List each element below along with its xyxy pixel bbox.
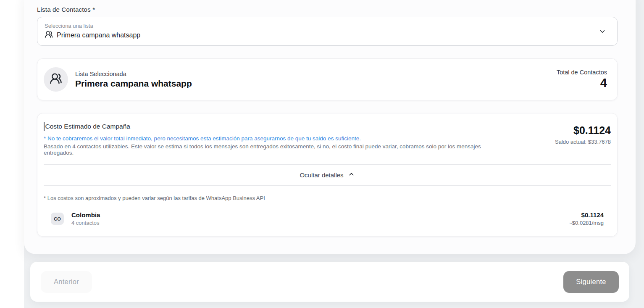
- select-texts: Selecciona una lista Primera campana wha…: [45, 23, 140, 40]
- cost-note-gray: Basado en 4 contactos utilizables. Este …: [44, 143, 497, 156]
- country-per-message: ~$0.0281/msg: [569, 220, 604, 226]
- total-contacts-label: Total de Contactos: [557, 69, 607, 76]
- select-value-row: Primera campana whatsapp: [45, 30, 140, 40]
- divider: [44, 185, 611, 186]
- cost-estimate-card: Costo Estimado de Campaña * No te cobrar…: [37, 113, 618, 237]
- selected-list-name: Primera campana whatsapp: [75, 79, 192, 89]
- country-name: Colombia: [71, 211, 100, 218]
- users-icon: [45, 30, 53, 40]
- cost-header-left: Costo Estimado de Campaña * No te cobrar…: [44, 122, 497, 156]
- cost-total-block: $0.1124 Saldo actual: $33.7678: [555, 122, 611, 156]
- avatar: [44, 67, 68, 92]
- cost-title: Costo Estimado de Campaña: [45, 123, 130, 130]
- users-icon: [50, 72, 62, 87]
- cost-title-row: Costo Estimado de Campaña: [44, 122, 497, 131]
- hide-details-label: Ocultar detalles: [300, 171, 343, 179]
- country-code-badge: CO: [51, 213, 64, 225]
- total-contacts-value: 4: [557, 76, 607, 90]
- text-cursor: [44, 122, 45, 131]
- previous-button[interactable]: Anterior: [41, 271, 92, 293]
- country-cost-block: $0.1124 ~$0.0281/msg: [569, 211, 604, 226]
- country-cost-row: CO Colombia 4 contactos $0.1124 ~$0.0281…: [44, 211, 611, 226]
- selected-list-texts: Lista Seleccionada Primera campana whats…: [75, 71, 192, 89]
- contact-list-select[interactable]: Selecciona una lista Primera campana wha…: [37, 17, 618, 46]
- selected-list-card: Lista Seleccionada Primera campana whats…: [37, 58, 618, 100]
- cost-disclaimer: * Los costos son aproximados y pueden va…: [44, 195, 611, 201]
- contact-list-label: Lista de Contactos *: [37, 6, 618, 13]
- select-placeholder: Selecciona una lista: [45, 23, 140, 29]
- total-contacts-block: Total de Contactos 4: [557, 69, 607, 90]
- cost-header: Costo Estimado de Campaña * No te cobrar…: [44, 122, 611, 156]
- country-cost: $0.1124: [569, 211, 604, 218]
- hide-details-toggle[interactable]: Ocultar detalles: [44, 165, 611, 185]
- chevron-down-icon[interactable]: [599, 28, 606, 35]
- cost-note-blue: * No te cobraremos el valor total inmedi…: [44, 135, 497, 142]
- wizard-footer: Anterior Siguiente: [30, 262, 629, 302]
- country-contacts: 4 contactos: [71, 220, 100, 226]
- current-balance: Saldo actual: $33.7678: [555, 139, 611, 145]
- country-texts: Colombia 4 contactos: [71, 211, 100, 226]
- selected-list-label: Lista Seleccionada: [75, 71, 192, 77]
- chevron-up-icon: [348, 171, 355, 179]
- next-button[interactable]: Siguiente: [563, 271, 619, 293]
- cost-total-value: $0.1124: [555, 124, 611, 137]
- campaign-step-panel: Lista de Contactos * Selecciona una list…: [24, 0, 636, 254]
- select-value: Primera campana whatsapp: [57, 32, 140, 39]
- left-background-strip: [0, 0, 24, 308]
